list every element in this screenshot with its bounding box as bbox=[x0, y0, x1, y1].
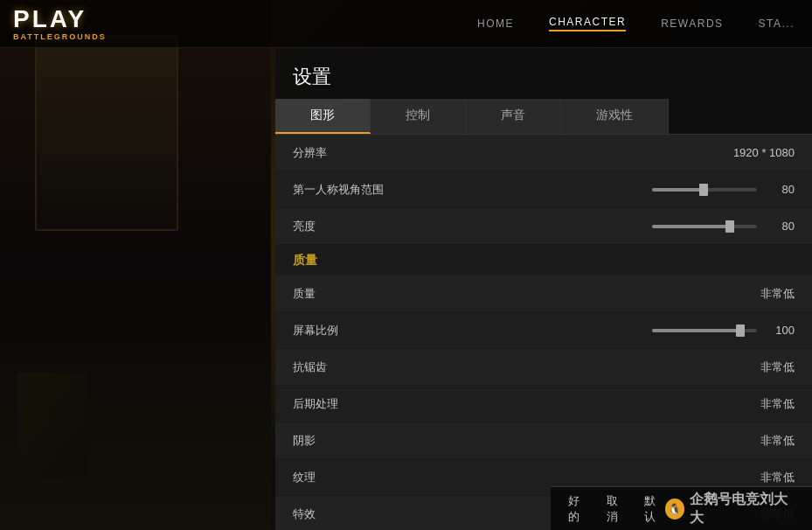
label-shadow: 阴影 bbox=[293, 433, 725, 449]
nav-character[interactable]: CHARACTER bbox=[549, 16, 626, 31]
watermark-icon: 🐧 bbox=[665, 499, 684, 520]
slider-thumb-screen-ratio[interactable] bbox=[736, 324, 745, 337]
row-shadow: 阴影 非常低 bbox=[275, 422, 812, 459]
watermark-text: 企鹅号电竞刘大大 bbox=[690, 491, 795, 527]
row-resolution: 分辨率 1920 * 1080 bbox=[275, 135, 812, 171]
value-antialiasing: 非常低 bbox=[725, 359, 795, 375]
bottom-actions: 好的 取消 默认 bbox=[568, 493, 665, 525]
value-brightness: 80 bbox=[764, 220, 795, 233]
watermark: 🐧 企鹅号电竞刘大大 bbox=[665, 491, 795, 527]
row-postprocess: 后期处理 非常低 bbox=[275, 386, 812, 422]
label-resolution: 分辨率 bbox=[293, 145, 725, 161]
label-antialiasing: 抗锯齿 bbox=[293, 359, 725, 375]
section-quality-label: 质量 bbox=[293, 253, 317, 267]
label-postprocess: 后期处理 bbox=[293, 396, 725, 412]
slider-fill-brightness bbox=[652, 225, 731, 228]
cancel-button[interactable]: 取消 bbox=[607, 493, 628, 525]
value-texture: 非常低 bbox=[725, 470, 795, 485]
slider-thumb-brightness[interactable] bbox=[725, 220, 734, 233]
value-screen-ratio: 100 bbox=[764, 324, 795, 337]
topbar: PLAY BATTLEGROUNDS HOME CHARACTER REWARD… bbox=[0, 0, 812, 48]
bg-room bbox=[0, 0, 271, 530]
row-fov: 第一人称视角范围 80 bbox=[275, 171, 812, 208]
tab-gameplay[interactable]: 游戏性 bbox=[561, 99, 669, 134]
nav-rewards[interactable]: REWARDS bbox=[661, 17, 723, 30]
settings-tabs: 图形 控制 声音 游戏性 bbox=[275, 99, 812, 135]
value-shadow: 非常低 bbox=[725, 433, 795, 449]
value-quality: 非常低 bbox=[725, 286, 795, 302]
tab-graphics[interactable]: 图形 bbox=[275, 99, 371, 134]
logo-play: PLAY bbox=[13, 7, 157, 31]
slider-track-brightness[interactable] bbox=[652, 225, 757, 228]
slider-thumb-fov[interactable] bbox=[699, 184, 708, 196]
settings-content: 分辨率 1920 * 1080 第一人称视角范围 80 亮度 80 bbox=[275, 135, 812, 530]
confirm-button[interactable]: 好的 bbox=[568, 493, 589, 525]
row-screen-ratio: 屏幕比例 100 bbox=[275, 312, 812, 349]
default-button[interactable]: 默认 bbox=[644, 493, 665, 525]
slider-fov[interactable]: 80 bbox=[652, 183, 795, 196]
tab-controls[interactable]: 控制 bbox=[371, 99, 466, 134]
slider-track-screen-ratio[interactable] bbox=[652, 329, 757, 332]
logo-area: PLAY BATTLEGROUNDS bbox=[0, 7, 157, 41]
row-brightness: 亮度 80 bbox=[275, 208, 812, 245]
slider-fill-screen-ratio bbox=[652, 329, 741, 332]
slider-brightness[interactable]: 80 bbox=[652, 220, 795, 233]
value-fov: 80 bbox=[764, 183, 795, 196]
value-resolution: 1920 * 1080 bbox=[725, 146, 795, 159]
row-quality: 质量 非常低 bbox=[275, 275, 812, 312]
slider-fill-fov bbox=[652, 188, 704, 192]
nav-links: HOME CHARACTER REWARDS STA... bbox=[157, 16, 812, 31]
label-texture: 纹理 bbox=[293, 470, 725, 485]
label-screen-ratio: 屏幕比例 bbox=[293, 323, 652, 338]
nav-home[interactable]: HOME bbox=[477, 17, 514, 30]
bottom-bar: 好的 取消 默认 🐧 企鹅号电竞刘大大 bbox=[551, 486, 812, 530]
value-postprocess: 非常低 bbox=[725, 396, 795, 412]
tab-sound[interactable]: 声音 bbox=[466, 99, 561, 134]
slider-track-fov[interactable] bbox=[652, 188, 757, 192]
label-brightness: 亮度 bbox=[293, 219, 652, 234]
label-fov: 第一人称视角范围 bbox=[293, 182, 652, 198]
section-quality-header: 质量 bbox=[275, 245, 812, 275]
label-quality: 质量 bbox=[293, 286, 725, 302]
settings-title: 设置 bbox=[275, 48, 812, 99]
row-antialiasing: 抗锯齿 非常低 bbox=[275, 349, 812, 386]
logo-battlegrounds: BATTLEGROUNDS bbox=[13, 32, 157, 41]
slider-screen-ratio[interactable]: 100 bbox=[652, 324, 795, 337]
nav-store[interactable]: STA... bbox=[759, 17, 795, 30]
settings-panel: 设置 图形 控制 声音 游戏性 分辨率 1920 * 1080 第一人称视角范围… bbox=[275, 48, 812, 530]
